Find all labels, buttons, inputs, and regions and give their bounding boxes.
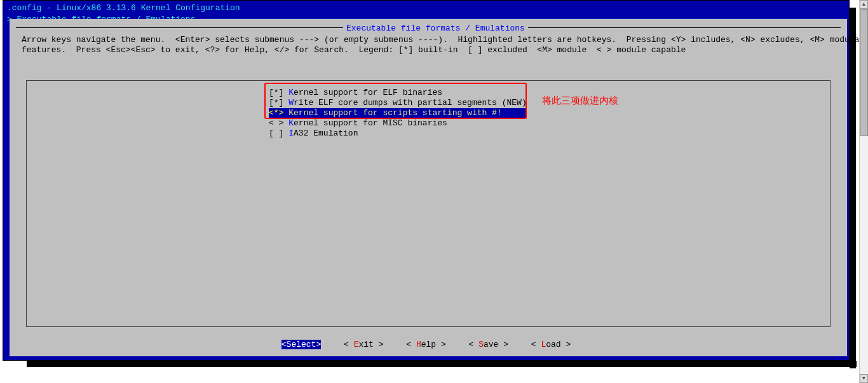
option-misc-binaries[interactable]: < > Kernel support for MISC binaries: [269, 118, 527, 129]
main-window: .config - Linux/x86 3.13.6 Kernel Config…: [3, 0, 850, 361]
exit-button[interactable]: < Exit >: [344, 340, 383, 349]
scroll-up-icon[interactable]: ▲: [860, 0, 868, 9]
select-button[interactable]: <Select>: [281, 340, 321, 349]
button-bar: <Select> < Exit > < Help > < Save > < Lo…: [3, 340, 849, 349]
vertical-scrollbar[interactable]: ▲ ▼: [859, 0, 868, 383]
option-ia32-emulation[interactable]: [ ] IA32 Emulation: [269, 129, 527, 139]
help-button[interactable]: < Help >: [406, 340, 445, 349]
submenu-title: Executable file formats / Emulations: [343, 24, 528, 33]
scroll-thumb[interactable]: [860, 9, 868, 136]
option-elf-binaries[interactable]: [*] Kernel support for ELF binaries: [269, 88, 527, 98]
annotation-text: 将此三项做进内核: [542, 95, 618, 107]
save-button[interactable]: < Save >: [469, 340, 508, 349]
load-button[interactable]: < Load >: [531, 340, 571, 349]
option-list: [*] Kernel support for ELF binaries [*] …: [269, 88, 527, 139]
window-shadow-bottom: [27, 361, 857, 367]
option-scripts-shebang[interactable]: <*> Kernel support for scripts starting …: [269, 108, 527, 118]
option-elf-core-dumps[interactable]: [*] Write ELF core dumps with partial se…: [269, 98, 527, 108]
window-shadow-right: [850, 8, 856, 368]
help-text: Arrow keys navigate the menu. <Enter> se…: [22, 35, 835, 55]
scroll-down-icon[interactable]: ▼: [860, 374, 868, 383]
window-title: .config - Linux/x86 3.13.6 Kernel Config…: [7, 3, 240, 13]
